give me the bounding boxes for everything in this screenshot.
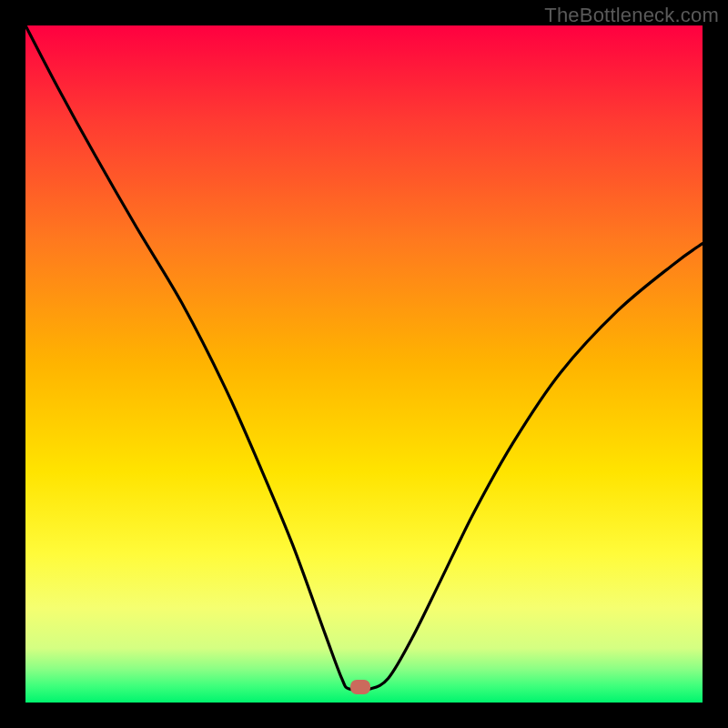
chart-frame: TheBottleneck.com [0, 0, 728, 728]
minimum-marker-icon [350, 680, 370, 694]
chart-svg [25, 25, 703, 703]
gradient-background [25, 25, 703, 703]
plot-area [25, 25, 703, 703]
watermark-label: TheBottleneck.com [544, 4, 719, 27]
